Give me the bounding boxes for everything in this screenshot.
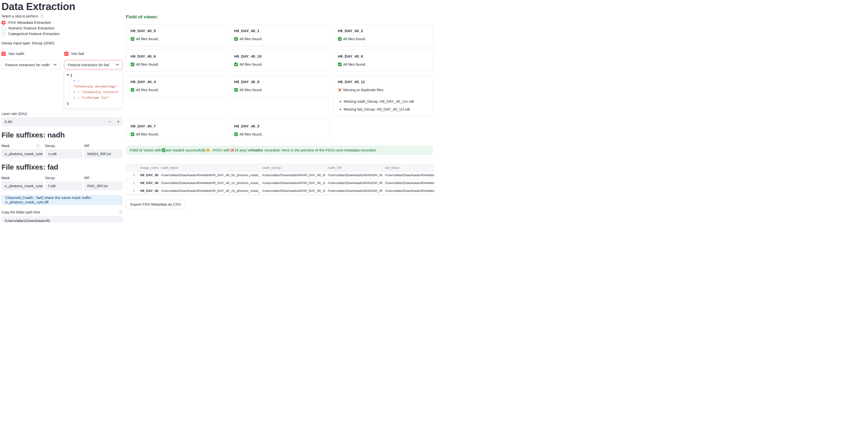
- col-header-nadh-decay: nadh_Decay: [260, 164, 325, 171]
- json-item: 0 :: [73, 78, 120, 84]
- fov-card-status: All files found.: [234, 88, 262, 92]
- cell-image-name: H9_DAY_40_1: [137, 179, 158, 187]
- fad-decay-value[interactable]: [45, 184, 83, 188]
- fad-suffixes-heading: File suffixes: fad: [1, 163, 58, 171]
- checkbox-has-nadh[interactable]: has nadh: [1, 52, 24, 56]
- checkbox-has-fad[interactable]: has fad: [64, 52, 84, 56]
- nadh-decay-input[interactable]: [45, 149, 83, 158]
- nadh-irf-value[interactable]: [84, 152, 123, 156]
- nadh-mask-value[interactable]: [1, 152, 43, 156]
- fov-card: H9_DAY_40_10 All files found.: [229, 50, 329, 72]
- radio-numeric-feature-extraction[interactable]: Numeric Feature Extraction: [1, 26, 55, 30]
- fov-card: H9_DAY_40_2 All files found.: [333, 24, 433, 46]
- folder-path-input[interactable]: [1, 216, 123, 222]
- nadh-mask-input[interactable]: [1, 149, 43, 158]
- table-header-row: image_name nadh_Mask nadh_Decay nadh_IRF…: [126, 164, 434, 171]
- increment-button[interactable]: +: [114, 117, 122, 126]
- fov-card-title: H9_DAY_40_10: [234, 54, 324, 59]
- laser-rate-label: Laser rate (GHz): [1, 112, 27, 116]
- fov-card: H9_DAY_40_5 All files found.: [126, 24, 226, 46]
- nadh-irf-input[interactable]: [84, 149, 123, 158]
- select-placeholder: Feature extractors for fad: [68, 63, 109, 67]
- fov-card: H9_DAY_40_3 All files found.: [229, 119, 329, 141]
- fad-irf-value[interactable]: [84, 184, 123, 188]
- fov-card-status: All files found.: [234, 62, 262, 66]
- col-header-fad-mask: fad_Mask: [382, 164, 434, 171]
- fov-metadata-table[interactable]: image_name nadh_Mask nadh_Decay nadh_IRF…: [126, 164, 434, 195]
- cell-nadh-mask: /Users/allan/Downloads/40/edited/H9_DAY_…: [158, 171, 260, 179]
- fad-extractors-select[interactable]: Feature extractors for fad: [64, 60, 123, 69]
- export-csv-button[interactable]: Export FOV Metadata as CSV: [126, 200, 185, 209]
- select-placeholder: Feature extractors for nadh: [5, 63, 50, 67]
- decrement-button[interactable]: −: [106, 117, 114, 126]
- fad-decay-label: Decay: [45, 176, 55, 180]
- field-of-views-heading: Field of views:: [126, 14, 158, 20]
- fad-mask-value[interactable]: [1, 184, 43, 188]
- collapse-triangle-icon[interactable]: [67, 74, 69, 76]
- help-icon[interactable]: ?: [119, 210, 123, 214]
- check-mark-icon: [338, 63, 342, 66]
- data-extraction-page: Data Extraction Select a step to perform…: [0, 0, 434, 222]
- radio-categorical-feature-extraction[interactable]: Categorical Feature Extraction: [1, 32, 60, 36]
- check-mark-icon: [130, 132, 134, 136]
- fov-card-status: All files found.: [234, 132, 262, 136]
- chevron-up-icon: [116, 64, 119, 66]
- radio-label: Categorical Feature Extraction: [8, 32, 60, 36]
- check-mark-icon: [130, 63, 134, 66]
- cross-mark-icon: [230, 148, 235, 152]
- cell-nadh-irf: /Users/allan/Downloads/40/NADH_IRF.txt: [325, 171, 382, 179]
- fad-mask-input[interactable]: [1, 181, 43, 191]
- check-mark-icon: [234, 132, 238, 136]
- check-mark-icon: [234, 63, 238, 66]
- cell-fad-mask: /Users/allan/Downloads/40/edited/H: [382, 187, 434, 195]
- col-header-index: [126, 164, 137, 171]
- check-mark-icon: [234, 37, 238, 41]
- fov-cards-grid: H9_DAY_40_5 All files found. H9_DAY_40_1…: [126, 24, 433, 141]
- check-mark-icon: [338, 37, 342, 41]
- fov-card-title: H9_DAY_40_1: [234, 29, 324, 33]
- fov-card-status: All files found.: [130, 62, 159, 66]
- fov-card: H9_DAY_40_8 All files found.: [229, 75, 329, 97]
- help-icon[interactable]: ?: [40, 14, 44, 18]
- col-header-nadh-irf: nadh_IRF: [325, 164, 382, 171]
- laser-rate-input[interactable]: − +: [1, 117, 123, 126]
- cell-image-name: H9_DAY_40_2: [137, 187, 158, 195]
- fov-card: H9_DAY_40_4 All files found.: [126, 75, 226, 97]
- nadh-extractors-select[interactable]: Feature extractors for nadh: [1, 60, 60, 69]
- folder-path-value[interactable]: [1, 218, 123, 223]
- fad-irf-input[interactable]: [84, 181, 123, 191]
- shared-mask-info-box: Channels ['nadh', 'fad'] share the same …: [1, 195, 123, 205]
- check-mark-icon: [162, 148, 165, 152]
- cell-nadh-decay: /Users/allan/Downloads/40/H9_DAY_40_2n.s…: [260, 187, 325, 195]
- json-items: 0 : "Intensity morphology" 1 : "Intensit…: [69, 78, 120, 101]
- cell-image-name: H9_DAY_40_5: [137, 171, 158, 179]
- radio-fov-metadata-extraction[interactable]: FOV Metadata Extraction: [1, 20, 51, 25]
- cell-nadh-decay: /Users/allan/Downloads/40/H9_DAY_40_1n.s…: [260, 179, 325, 187]
- check-mark-icon: [130, 37, 134, 41]
- fov-card: H9_DAY_40_7 All files found.: [126, 119, 226, 141]
- laser-rate-value[interactable]: [1, 119, 123, 124]
- step-select-label: Select a step to perform ?: [1, 14, 44, 18]
- json-item: 2 : "Lifetime fit": [73, 95, 120, 101]
- fov-card: H9_DAY_40_1 All files found.: [229, 24, 329, 46]
- col-header-nadh-mask: nadh_Mask: [158, 164, 260, 171]
- missing-file-item: Missing nadh_Decay: H9_DAY_40_11n.sdt: [344, 99, 428, 103]
- decay-input-type-text: Decay input type: Decay (3/4D): [1, 41, 54, 45]
- fov-card-status: All files found.: [130, 37, 159, 41]
- bold-not: not: [253, 148, 259, 152]
- fov-card-status: All files found.: [130, 88, 159, 92]
- checkbox-checked-icon: [64, 52, 68, 56]
- settings-column: Data Extraction Select a step to perform…: [1, 0, 123, 222]
- check-mark-icon: [130, 88, 134, 92]
- fov-card-title: H9_DAY_40_8: [234, 80, 324, 84]
- nadh-suffixes-heading: File suffixes: nadh: [1, 131, 65, 139]
- cell-nadh-irf: /Users/allan/Downloads/40/NADH_IRF.txt: [325, 187, 382, 195]
- fov-card-status: All files found.: [338, 37, 366, 41]
- nadh-mask-label: Mask ?: [1, 144, 43, 148]
- nadh-decay-value[interactable]: [45, 152, 83, 156]
- cell-nadh-irf: /Users/allan/Downloads/40/NADH_IRF.txt: [325, 179, 382, 187]
- fad-decay-input[interactable]: [45, 181, 83, 191]
- nadh-decay-label: Decay: [45, 144, 55, 148]
- cell-nadh-mask: /Users/allan/Downloads/40/edited/H9_DAY_…: [158, 187, 260, 195]
- help-icon[interactable]: ?: [36, 144, 40, 148]
